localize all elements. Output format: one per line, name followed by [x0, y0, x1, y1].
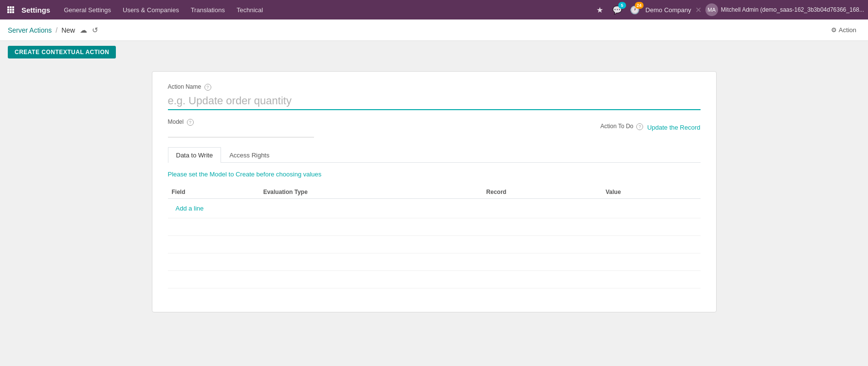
discard-icon-btn[interactable]: ↺: [92, 26, 98, 35]
menu-item-general-settings[interactable]: General Settings: [58, 0, 117, 19]
action-menu-label: Action: [839, 26, 856, 34]
data-table: Field Evaluation Type Record Value Add a…: [168, 186, 701, 289]
empty-row-2: [168, 235, 701, 253]
tab-data-to-write[interactable]: Data to Write: [168, 147, 222, 163]
user-avatar: MA: [705, 3, 718, 16]
clock-icon-btn[interactable]: 🕐 24: [628, 3, 642, 17]
col-value: Value: [602, 186, 701, 199]
action-name-input[interactable]: [168, 93, 701, 110]
breadcrumb-parent[interactable]: Server Actions: [8, 26, 52, 34]
svg-rect-1: [10, 6, 12, 8]
chat-badge: 5: [618, 2, 626, 9]
tabs-container: Data to Write Access Rights Please set t…: [168, 147, 701, 296]
company-name[interactable]: Demo Company: [646, 6, 691, 14]
topnav-right: ★ 💬 5 🕐 24 Demo Company ✕ MA Mitchell Ad…: [593, 3, 864, 17]
topnav-separator: ✕: [695, 5, 702, 15]
empty-row-4: [168, 270, 701, 288]
action-name-label: Action Name ?: [168, 83, 701, 91]
info-message: Please set the Model to Create before ch…: [168, 171, 701, 178]
breadcrumb-current: New: [61, 26, 75, 34]
breadcrumb-bar: Server Actions / New ☁ ↺ ⚙ Action: [0, 19, 868, 41]
menu-item-users-companies[interactable]: Users & Companies: [117, 0, 185, 19]
svg-rect-2: [12, 6, 14, 8]
top-navigation: Settings General Settings Users & Compan…: [0, 0, 868, 19]
add-line-button[interactable]: Add a line: [172, 203, 208, 214]
col-record: Record: [482, 186, 602, 199]
user-menu[interactable]: MA Mitchell Admin (demo_saas-162_3b3b04d…: [705, 3, 864, 16]
action-to-do-help-icon[interactable]: ?: [636, 123, 643, 130]
model-label: Model ?: [168, 118, 194, 125]
svg-rect-6: [7, 11, 9, 13]
col-field: Field: [168, 186, 259, 199]
gear-icon: ⚙: [831, 26, 837, 34]
action-to-do-label: Action To Do ?: [600, 123, 643, 130]
main-content: Action Name ? Model ? Action To Do ? Upd…: [0, 63, 868, 366]
menu-item-translations[interactable]: Translations: [185, 0, 231, 19]
action-to-do-field: Action To Do ? Update the Record: [600, 123, 700, 132]
svg-rect-7: [10, 11, 12, 13]
empty-row-1: [168, 218, 701, 235]
model-help-icon[interactable]: ?: [187, 119, 194, 126]
breadcrumb-separator: /: [55, 26, 57, 34]
tab-content-data-to-write: Please set the Model to Create before ch…: [168, 163, 701, 296]
save-icon-btn[interactable]: ☁: [80, 26, 87, 35]
chat-icon-btn[interactable]: 💬 5: [610, 3, 624, 17]
apps-grid-icon[interactable]: [4, 3, 18, 17]
action-name-field: Action Name ?: [168, 83, 701, 110]
model-action-row: Model ? Action To Do ? Update the Record: [168, 118, 701, 137]
svg-rect-5: [12, 9, 14, 11]
breadcrumb-right: ⚙ Action: [827, 24, 860, 36]
svg-rect-4: [10, 9, 12, 11]
app-brand[interactable]: Settings: [21, 6, 50, 14]
svg-rect-0: [7, 6, 9, 8]
action-to-do-value[interactable]: Update the Record: [647, 124, 700, 131]
user-name: Mitchell Admin (demo_saas-162_3b3b04d763…: [721, 6, 864, 13]
create-contextual-action-button[interactable]: CREATE CONTEXTUAL ACTION: [8, 46, 116, 58]
tabs-bar: Data to Write Access Rights: [168, 147, 701, 163]
col-evaluation-type: Evaluation Type: [259, 186, 482, 199]
clock-badge: 24: [635, 2, 644, 9]
toolbar: CREATE CONTEXTUAL ACTION: [0, 41, 868, 63]
star-icon-btn[interactable]: ★: [593, 3, 607, 17]
action-name-help-icon[interactable]: ?: [204, 84, 211, 91]
tab-access-rights[interactable]: Access Rights: [221, 147, 277, 163]
empty-row-3: [168, 253, 701, 270]
model-field: Model ?: [168, 118, 601, 137]
add-line-row: Add a line: [168, 198, 701, 218]
svg-rect-3: [7, 9, 9, 11]
svg-rect-8: [12, 11, 14, 13]
top-menu: General Settings Users & Companies Trans…: [58, 0, 591, 19]
model-input-wrapper[interactable]: [168, 126, 314, 137]
form-card: Action Name ? Model ? Action To Do ? Upd…: [152, 71, 717, 312]
menu-item-technical[interactable]: Technical: [231, 0, 269, 19]
action-menu-btn[interactable]: ⚙ Action: [827, 24, 860, 36]
